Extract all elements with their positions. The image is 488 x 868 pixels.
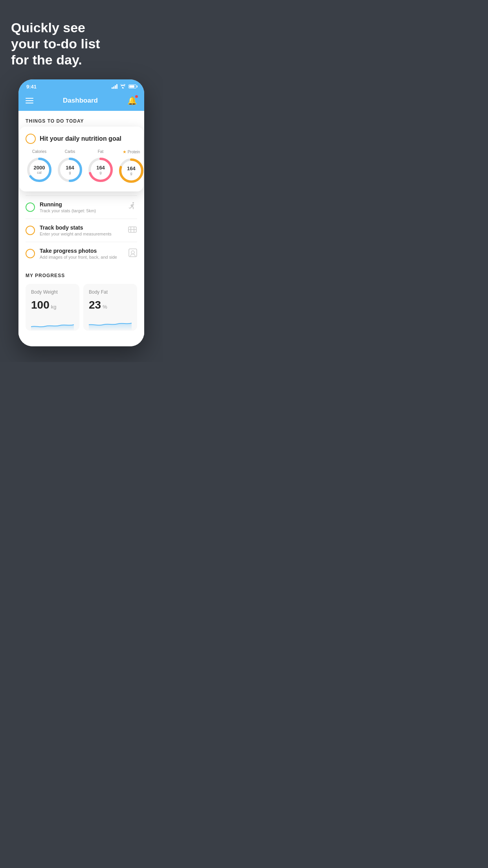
body-fat-unit: % <box>103 304 107 310</box>
body-fat-chart <box>89 317 132 331</box>
phone-bottom <box>18 338 144 346</box>
status-icons <box>112 84 136 89</box>
nutrition-fat: Fat 164 g <box>87 149 114 184</box>
status-bar: 9:41 <box>18 79 144 92</box>
body-stats-icon <box>128 225 137 236</box>
phone-mockup: 9:41 <box>18 79 144 346</box>
nutrition-protein: ★ Protein 164 g <box>117 149 144 184</box>
star-icon: ★ <box>123 149 127 154</box>
body-weight-card[interactable]: Body Weight 100 kg <box>26 284 79 331</box>
body-fat-label: Body Fat <box>89 289 132 295</box>
photos-icon <box>128 248 137 259</box>
carbs-donut: 164 g <box>56 156 84 184</box>
calories-donut: 2000 cal <box>26 156 53 184</box>
headline-section: Quickly see your to-do list for the day. <box>0 0 163 79</box>
carbs-label: Carbs <box>65 149 75 154</box>
signal-icon <box>112 84 117 89</box>
fat-value: 164 <box>96 165 105 171</box>
progress-section: MY PROGRESS Body Weight 100 kg <box>18 265 144 338</box>
running-name: Running <box>40 201 122 208</box>
body-weight-label: Body Weight <box>31 289 74 295</box>
protein-value: 164 <box>127 166 136 171</box>
header-title: Dashboard <box>63 97 98 105</box>
running-text: Running Track your stats (target: 5km) <box>40 201 122 213</box>
svg-rect-13 <box>129 249 137 257</box>
body-stats-name: Track body stats <box>40 224 123 231</box>
protein-unit: g <box>127 172 136 176</box>
nutrition-carbs: Carbs 164 g <box>56 149 84 184</box>
running-desc: Track your stats (target: 5km) <box>40 208 122 213</box>
todo-list: Running Track your stats (target: 5km) T… <box>18 188 144 265</box>
fat-unit: g <box>96 171 105 175</box>
running-circle <box>26 202 35 212</box>
protein-label-row: ★ Protein <box>123 149 140 154</box>
todo-photos[interactable]: Take progress photos Add images of your … <box>26 242 137 265</box>
todo-running[interactable]: Running Track your stats (target: 5km) <box>26 195 137 219</box>
fat-donut: 164 g <box>87 156 114 184</box>
nutrition-check-circle[interactable] <box>26 134 36 144</box>
calories-value: 2000 <box>34 165 45 171</box>
body-stats-circle <box>26 226 35 235</box>
calories-unit: cal <box>34 171 45 175</box>
app-header: Dashboard 🔔 <box>18 92 144 111</box>
photos-name: Take progress photos <box>40 248 124 254</box>
app-content: THINGS TO DO TODAY Hit your daily nutrit… <box>18 111 144 346</box>
todo-body-stats[interactable]: Track body stats Enter your weight and m… <box>26 219 137 242</box>
calories-label: Calories <box>32 149 47 154</box>
menu-button[interactable] <box>26 98 33 103</box>
body-fat-number: 23 <box>89 299 101 311</box>
protein-label: Protein <box>128 150 140 154</box>
svg-point-14 <box>131 251 134 254</box>
body-weight-unit: kg <box>51 304 57 310</box>
fat-label: Fat <box>98 149 103 154</box>
nutrition-calories: Calories 2000 cal <box>26 149 53 184</box>
nutrition-card: Hit your daily nutrition goal Calories <box>19 127 143 191</box>
progress-cards-row: Body Weight 100 kg <box>26 284 137 331</box>
photos-desc: Add images of your front, back, and side <box>40 255 124 259</box>
notification-button[interactable]: 🔔 <box>127 96 137 105</box>
body-stats-desc: Enter your weight and measurements <box>40 232 123 236</box>
wifi-icon <box>120 84 126 89</box>
body-weight-number: 100 <box>31 299 50 311</box>
body-weight-value-row: 100 kg <box>31 299 74 311</box>
nutrition-circles-row: Calories 2000 cal <box>26 149 137 184</box>
photos-text: Take progress photos Add images of your … <box>40 248 124 259</box>
body-stats-text: Track body stats Enter your weight and m… <box>40 224 123 236</box>
protein-donut: 164 g <box>117 157 144 184</box>
photos-circle <box>26 249 35 258</box>
notification-badge <box>135 95 138 98</box>
body-fat-value-row: 23 % <box>89 299 132 311</box>
battery-icon <box>128 85 136 88</box>
body-weight-chart <box>31 317 74 331</box>
nutrition-card-header: Hit your daily nutrition goal <box>26 134 137 144</box>
nutrition-card-title: Hit your daily nutrition goal <box>40 135 121 142</box>
carbs-unit: g <box>66 171 74 175</box>
things-section-header: THINGS TO DO TODAY <box>18 111 144 128</box>
body-fat-card[interactable]: Body Fat 23 % <box>83 284 137 331</box>
progress-section-title: MY PROGRESS <box>26 273 137 278</box>
things-section-title: THINGS TO DO TODAY <box>26 118 84 124</box>
carbs-value: 164 <box>66 165 74 171</box>
running-icon <box>127 202 137 213</box>
headline-text: Quickly see your to-do list for the day. <box>11 20 152 68</box>
status-time: 9:41 <box>26 84 37 90</box>
